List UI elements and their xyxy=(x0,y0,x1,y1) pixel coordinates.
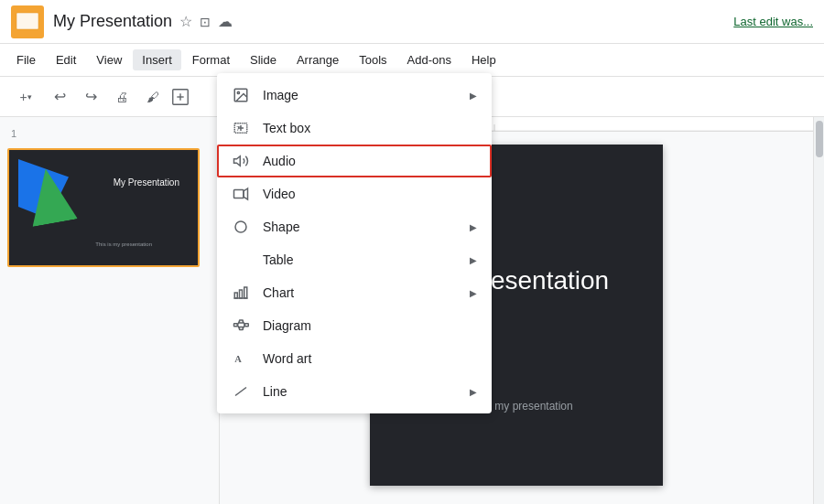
paint-format-button[interactable]: 🖌 xyxy=(139,83,167,111)
menu-arrange[interactable]: Arrange xyxy=(287,49,348,70)
svg-marker-19 xyxy=(234,156,241,166)
menu-bar: File Edit View Insert Format Slide Arran… xyxy=(0,44,824,77)
svg-text:A: A xyxy=(234,354,242,364)
slide-number: 1 xyxy=(7,126,211,141)
print-button[interactable]: 🖨 xyxy=(108,83,136,111)
scrollbar[interactable] xyxy=(813,117,824,504)
redo-button[interactable]: ↪ xyxy=(77,83,104,111)
line-arrow: ▶ xyxy=(470,387,477,397)
svg-line-34 xyxy=(243,325,244,328)
svg-rect-30 xyxy=(245,324,249,327)
menu-item-table[interactable]: Table ▶ xyxy=(217,243,492,276)
thumbnail-title: My Presentation xyxy=(114,177,179,188)
menu-edit[interactable]: Edit xyxy=(47,49,85,70)
menu-slide[interactable]: Slide xyxy=(241,49,286,70)
menu-view[interactable]: View xyxy=(87,49,131,70)
svg-rect-27 xyxy=(234,324,238,327)
svg-line-33 xyxy=(243,322,244,326)
word-art-icon: A xyxy=(232,349,250,368)
menu-item-line[interactable]: Line ▶ xyxy=(217,375,492,408)
insert-dropdown-menu: Image ▶ T Text box Audio xyxy=(217,73,492,413)
word-art-label: Word art xyxy=(263,351,477,366)
svg-rect-28 xyxy=(240,320,244,323)
menu-insert[interactable]: Insert xyxy=(133,49,181,70)
add-button[interactable]: +▾ xyxy=(9,83,42,111)
table-arrow: ▶ xyxy=(470,255,477,265)
image-icon xyxy=(232,86,250,104)
table-icon xyxy=(232,251,250,269)
svg-rect-29 xyxy=(240,327,244,330)
slide-panel: 1 My Presentation This is my presentatio… xyxy=(0,117,220,504)
audio-label: Audio xyxy=(263,154,477,168)
menu-format[interactable]: Format xyxy=(183,49,239,70)
diagram-label: Diagram xyxy=(263,318,477,333)
menu-file[interactable]: File xyxy=(7,49,45,70)
menu-item-text-box[interactable]: T Text box xyxy=(217,112,492,145)
line-label: Line xyxy=(263,384,457,399)
image-arrow: ▶ xyxy=(470,91,477,101)
svg-line-31 xyxy=(237,322,239,326)
text-box-icon: T xyxy=(232,119,250,137)
table-label: Table xyxy=(263,252,457,267)
menu-item-word-art[interactable]: A Word art xyxy=(217,342,492,375)
last-edit-text[interactable]: Last edit was... xyxy=(733,15,813,28)
menu-item-audio[interactable]: Audio xyxy=(217,145,492,177)
diagram-icon xyxy=(232,316,250,335)
chart-arrow: ▶ xyxy=(470,288,477,298)
star-icon[interactable]: ☆ xyxy=(179,13,192,30)
shape-arrow: ▶ xyxy=(470,222,477,232)
slide-thumbnail[interactable]: My Presentation This is my presentation xyxy=(7,148,200,267)
menu-addons[interactable]: Add-ons xyxy=(398,49,461,70)
menu-tools[interactable]: Tools xyxy=(350,49,396,70)
video-label: Video xyxy=(263,187,477,201)
chart-label: Chart xyxy=(263,285,457,300)
toolbar-insert-icon[interactable] xyxy=(170,87,190,107)
chart-icon xyxy=(232,284,250,302)
video-icon xyxy=(232,185,250,203)
shape-icon xyxy=(232,218,250,236)
svg-rect-25 xyxy=(244,287,247,298)
audio-icon xyxy=(232,152,250,170)
svg-rect-20 xyxy=(234,190,244,198)
menu-item-diagram[interactable]: Diagram xyxy=(217,309,492,342)
svg-point-22 xyxy=(235,221,246,232)
menu-item-image[interactable]: Image ▶ xyxy=(217,79,492,112)
title-action-icons: ☆ ⊡ ☁ xyxy=(179,13,233,30)
svg-marker-21 xyxy=(244,188,248,199)
menu-item-video[interactable]: Video xyxy=(217,177,492,210)
app-icon xyxy=(11,5,44,38)
text-box-label: Text box xyxy=(263,121,477,135)
menu-item-chart[interactable]: Chart ▶ xyxy=(217,276,492,309)
image-label: Image xyxy=(263,88,457,102)
svg-rect-24 xyxy=(240,290,243,298)
presentation-title: My Presentation xyxy=(53,12,172,31)
undo-button[interactable]: ↩ xyxy=(46,83,73,111)
svg-rect-23 xyxy=(234,293,237,298)
thumbnail-subtitle: This is my presentation xyxy=(95,241,152,247)
menu-help[interactable]: Help xyxy=(462,49,505,70)
svg-point-14 xyxy=(237,91,239,93)
svg-rect-1 xyxy=(16,13,38,29)
svg-line-36 xyxy=(235,388,246,396)
menu-item-shape[interactable]: Shape ▶ xyxy=(217,210,492,243)
svg-line-32 xyxy=(237,325,239,328)
folder-icon[interactable]: ⊡ xyxy=(200,15,211,29)
shape-label: Shape xyxy=(263,220,457,234)
line-icon xyxy=(232,382,250,401)
scrollbar-thumb[interactable] xyxy=(816,121,823,157)
cloud-icon[interactable]: ☁ xyxy=(218,13,233,30)
title-bar: My Presentation ☆ ⊡ ☁ Last edit was... xyxy=(0,0,824,44)
